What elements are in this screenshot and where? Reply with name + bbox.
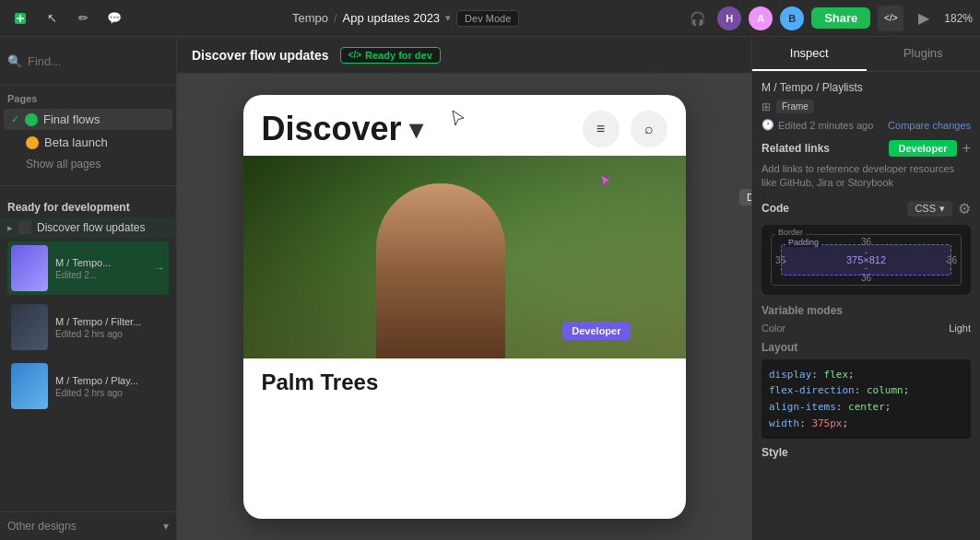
box-outer: Border 36 36 36 36 Padding - - - - 375×8…: [771, 234, 962, 286]
search-icon: 🔍: [7, 54, 22, 68]
card3-title: M / Tempo / Play...: [55, 375, 165, 386]
topbar-left: ↖ ✏ 💬: [7, 6, 127, 31]
discover-text: Discover: [262, 110, 402, 148]
search-input[interactable]: [28, 54, 177, 68]
clock-icon: 🕐: [762, 119, 774, 131]
main-layout: 🔍 Final flows ▾ Pages ✓ Final flows Beta…: [0, 37, 980, 540]
separator1: /: [334, 11, 337, 25]
show-all-pages[interactable]: Show all pages: [0, 154, 176, 178]
folder-icon: ▸: [7, 222, 13, 234]
card1-thumbnail: [11, 245, 48, 291]
move-tool-icon[interactable]: ↖: [39, 6, 65, 31]
code-header: Code CSS ▾ ⚙: [762, 200, 971, 217]
layout-section: Layout display: flex; flex-direction: co…: [762, 341, 971, 439]
code-val-width: 375px: [811, 417, 842, 429]
color-row: Color Light: [762, 323, 971, 334]
tab-inspect[interactable]: Inspect: [752, 37, 867, 71]
pages-section-label: Pages: [0, 86, 176, 108]
frame-row: ⊞ Frame: [762, 100, 971, 113]
card2-thumbnail: [11, 304, 48, 350]
card1-arrow-icon: →: [154, 262, 165, 275]
section-divider: [0, 185, 176, 186]
edited-text: 🕐 Edited 2 minutes ago: [762, 119, 873, 131]
card2-info: M / Tempo / Filter... Edited 2 hrs ago: [55, 316, 165, 339]
ready-dev-section-label: Ready for development: [0, 194, 176, 217]
card1-time: Edited 2...: [55, 270, 147, 280]
flow-card-2[interactable]: M / Tempo / Filter... Edited 2 hrs ago: [7, 300, 169, 354]
headphone-icon[interactable]: 🎧: [684, 6, 710, 31]
code-line-2: flex-direction: column;: [769, 382, 963, 399]
code-val-display: flex: [824, 369, 849, 381]
file-name-label[interactable]: App updates 2023: [343, 11, 441, 25]
add-links-hint: Add links to reference developer resourc…: [762, 162, 971, 191]
dev-mode-badge: Dev Mode: [456, 10, 519, 27]
app-name-label: Tempo: [292, 11, 328, 25]
image-background: Developer: [243, 156, 686, 358]
designer-label: Designer: [739, 189, 751, 205]
discover-flow-item[interactable]: ▸ Discover flow updates: [0, 217, 176, 238]
card3-thumbnail: [11, 363, 48, 409]
share-button[interactable]: Share: [811, 7, 870, 29]
chevron-down-icon[interactable]: ▾: [445, 12, 451, 24]
canvas-title: Discover flow updates: [192, 48, 329, 63]
zoom-label[interactable]: 182%: [944, 12, 973, 25]
flow-card-3[interactable]: M / Tempo / Play... Edited 2 hrs ago: [7, 359, 169, 413]
play-icon[interactable]: ▶: [911, 6, 937, 31]
box-model: Border 36 36 36 36 Padding - - - - 375×8…: [762, 225, 971, 295]
css-selector[interactable]: CSS ▾: [907, 201, 952, 217]
color-key: Color: [762, 323, 785, 334]
grid-icon: ⊞: [762, 100, 771, 113]
card1-info: M / Tempo... Edited 2...: [55, 257, 147, 280]
figma-menu-icon[interactable]: [7, 6, 33, 31]
comment-icon[interactable]: 💬: [101, 6, 127, 31]
padding-label: Padding: [785, 238, 821, 247]
card2-time: Edited 2 hrs ago: [55, 329, 165, 339]
filter-icon[interactable]: ≡: [583, 111, 620, 147]
developer-tab-button[interactable]: Developer: [889, 140, 956, 157]
sidebar-item-final-flows[interactable]: ✓ Final flows: [4, 109, 172, 130]
phone-action-icons: ≡ ⌕: [583, 111, 667, 147]
pen-tool-icon[interactable]: ✏: [70, 6, 96, 31]
page-dot-orange: [26, 136, 39, 149]
flow-card-1[interactable]: M / Tempo... Edited 2... →: [7, 241, 169, 295]
flow-title-label: Discover flow updates: [37, 221, 145, 234]
breadcrumb: M / Tempo / Playlists: [762, 81, 971, 94]
settings-icon[interactable]: ⚙: [958, 200, 971, 217]
other-designs-section[interactable]: Other designs ▾: [0, 511, 176, 540]
right-panel: Inspect Plugins M / Tempo / Playlists ⊞ …: [751, 37, 980, 540]
avatar-3: B: [780, 6, 804, 30]
padding-bottom-dash: -: [865, 263, 868, 273]
topbar-center: Tempo / App updates 2023 ▾ Dev Mode: [292, 10, 519, 27]
compare-changes-link[interactable]: Compare changes: [888, 120, 971, 131]
ready-badge-label: Ready for dev: [365, 50, 432, 61]
variable-modes-label: Variable modes: [762, 304, 971, 317]
designer-cursor: Designer: [449, 109, 467, 133]
search-phone-icon[interactable]: ⌕: [631, 111, 667, 147]
add-link-icon[interactable]: +: [962, 140, 971, 157]
developer-cursor: [599, 174, 612, 192]
code-prop-align: align-items: [769, 401, 836, 413]
phone-hero-image: Developer: [243, 156, 686, 358]
topbar-right: 🎧 H A B Share </> ▶ 182%: [684, 6, 973, 31]
code-actions: CSS ▾ ⚙: [907, 200, 971, 217]
canvas-content: Designer Discover ▾ ≡ ⌕: [177, 74, 751, 540]
search-bar: 🔍 Final flows ▾: [0, 37, 176, 86]
page1-label: Final flows: [43, 112, 100, 126]
code-bracket-icon: </>: [348, 50, 361, 60]
code-prop-flexdir: flex-direction: [769, 384, 855, 396]
topbar: ↖ ✏ 💬 Tempo / App updates 2023 ▾ Dev Mod…: [0, 0, 980, 37]
border-label: Border: [775, 228, 806, 237]
code-line-3: align-items: center;: [769, 399, 963, 416]
code-view-icon[interactable]: </>: [878, 6, 903, 31]
card2-title: M / Tempo / Filter...: [55, 316, 165, 327]
tab-plugins[interactable]: Plugins: [867, 37, 981, 71]
canvas-header: Discover flow updates </> Ready for dev: [177, 37, 751, 74]
discover-chevron-icon: ▾: [409, 114, 422, 145]
code-val-align: center: [848, 401, 885, 413]
related-links-actions: Developer +: [889, 140, 971, 157]
canvas-area: Discover flow updates </> Ready for dev …: [177, 37, 751, 540]
other-designs-label: Other designs: [7, 520, 77, 533]
page-dot-green: [25, 113, 38, 126]
sidebar-item-beta-launch[interactable]: Beta launch: [4, 132, 172, 153]
developer-label: Developer: [562, 322, 630, 340]
